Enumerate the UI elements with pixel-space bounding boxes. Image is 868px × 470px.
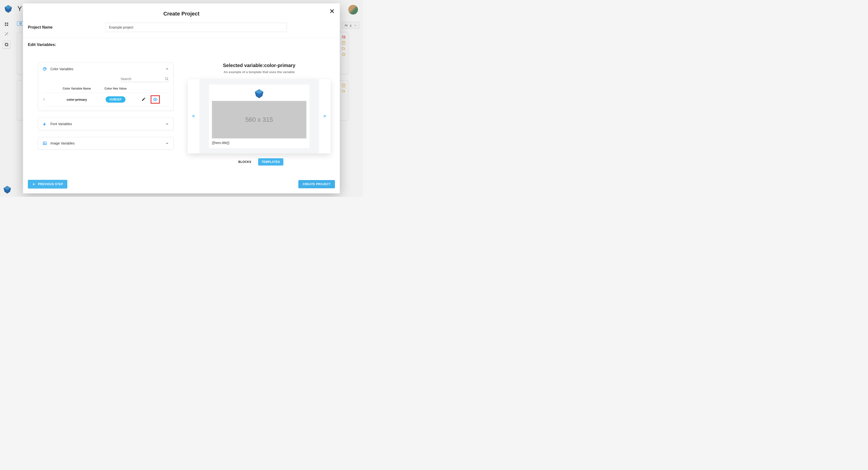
hero-title-placeholder: {{hero.title}}: [212, 138, 306, 145]
preview-logo: [212, 88, 306, 101]
chevron-down-icon: [165, 141, 169, 145]
svg-point-23: [43, 99, 44, 100]
preview-column: Selected variable:color-primary An examp…: [183, 63, 335, 166]
svg-point-24: [44, 99, 45, 100]
font-icon: [42, 122, 47, 126]
col-name-header: Color Variable Name: [56, 87, 97, 90]
preview-prev-button[interactable]: <: [188, 114, 199, 119]
svg-point-16: [44, 68, 44, 69]
accordion-header-color[interactable]: Color Variables: [38, 63, 174, 75]
close-icon: [329, 8, 335, 14]
chevron-down-icon: [165, 122, 169, 126]
color-variables-table: Color Variable Name Color Hex Value colo…: [42, 86, 169, 106]
modal-footer: PREVIOUS STEP CREATE PROJECT: [23, 176, 340, 193]
search-icon: [165, 77, 169, 81]
variables-column: Color Variables: [38, 63, 174, 166]
eye-icon: [153, 97, 158, 102]
accordion-header-image[interactable]: Image Variables: [38, 137, 174, 149]
preview-inner: 560 x 315 {{hero.title}}: [199, 79, 319, 154]
previous-step-label: PREVIOUS STEP: [38, 182, 63, 186]
svg-point-17: [44, 68, 45, 68]
svg-point-21: [43, 99, 44, 99]
preview-card: < 560 x 315 {{hero.title}} >: [188, 79, 331, 154]
placeholder-image: 560 x 315: [212, 101, 306, 138]
accordion-color-variables: Color Variables: [38, 63, 174, 111]
search-input[interactable]: [121, 76, 169, 82]
preview-button-highlighted[interactable]: [151, 95, 160, 104]
palette-icon: [42, 67, 47, 71]
edit-button[interactable]: [142, 97, 146, 102]
svg-point-19: [45, 68, 46, 69]
accordion-image-variables: Image Variables: [38, 137, 174, 149]
tab-blocks[interactable]: BLOCKS: [235, 158, 255, 166]
col-hex-header: Color Hex Value: [97, 87, 134, 90]
create-project-modal: Create Project Project Name Edit Variabl…: [23, 3, 340, 193]
selected-label: Selected variable:: [223, 63, 264, 68]
selected-variable-title: Selected variable:color-primary: [223, 63, 295, 68]
project-name-label: Project Name: [28, 25, 96, 30]
search-input-wrap: [121, 76, 169, 82]
project-name-row: Project Name: [27, 23, 336, 38]
create-project-label: CREATE PROJECT: [303, 182, 331, 186]
svg-point-25: [43, 100, 44, 101]
svg-point-26: [44, 100, 45, 101]
accordion-header-font[interactable]: Font Variables: [38, 118, 174, 130]
divider: [23, 38, 340, 38]
image-icon: [42, 141, 47, 145]
previous-step-button[interactable]: PREVIOUS STEP: [28, 180, 67, 189]
modal-body: Project Name Edit Variables: Color Varia…: [23, 23, 340, 176]
edit-variables-label: Edit Variables:: [27, 42, 336, 53]
preview-tabs: BLOCKS TEMPLATES: [235, 158, 283, 166]
accordion-label: Font Variables: [51, 122, 72, 126]
accordion-font-variables: Font Variables: [38, 118, 174, 130]
close-button[interactable]: [329, 8, 335, 14]
preview-template: 560 x 315 {{hero.title}}: [209, 85, 309, 148]
accordion-body-color: Color Variable Name Color Hex Value colo…: [38, 75, 174, 111]
arrow-left-icon: [32, 182, 36, 186]
modal-title: Create Project: [23, 3, 340, 23]
table-row: color-primary #10B1EF: [42, 93, 169, 106]
project-name-input[interactable]: [105, 23, 287, 32]
tab-templates[interactable]: TEMPLATES: [258, 158, 283, 166]
chevron-up-icon: [165, 67, 169, 71]
svg-point-22: [44, 99, 45, 99]
create-project-button[interactable]: CREATE PROJECT: [299, 180, 335, 188]
selected-subtitle: An example of a template that uses the v…: [223, 70, 294, 74]
svg-point-29: [44, 142, 44, 143]
selected-value: color-primary: [264, 63, 296, 68]
hex-value: #10B1EF: [105, 96, 126, 103]
two-column-layout: Color Variables: [27, 53, 336, 170]
svg-point-27: [155, 99, 156, 100]
accordion-label: Color Variables: [51, 67, 73, 71]
hex-chip[interactable]: #10B1EF: [97, 96, 134, 103]
variable-name: color-primary: [56, 98, 97, 101]
search-row: [42, 75, 169, 86]
row-actions: [142, 95, 169, 104]
svg-point-18: [45, 68, 45, 68]
preview-next-button[interactable]: >: [319, 114, 331, 119]
svg-point-20: [165, 77, 167, 80]
accordion-label: Image Variables: [51, 141, 74, 145]
table-header: Color Variable Name Color Hex Value: [42, 86, 169, 93]
drag-handle-icon[interactable]: [42, 98, 56, 101]
